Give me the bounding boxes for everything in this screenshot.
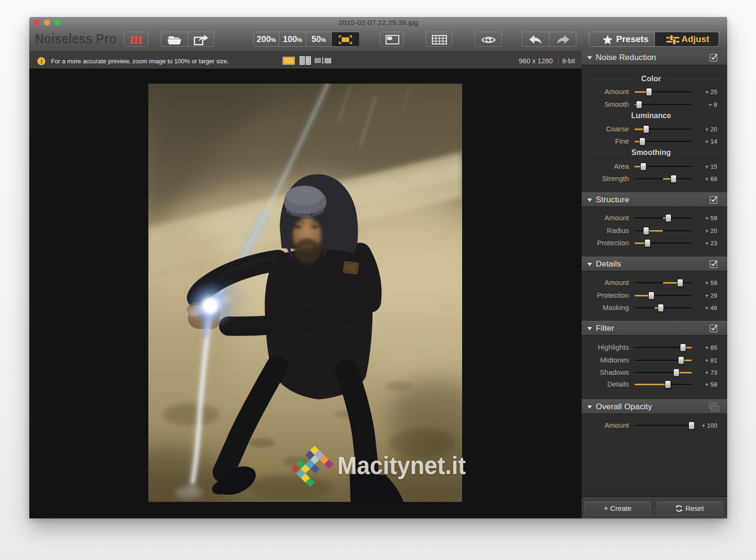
svg-text:Macitynet.it: Macitynet.it xyxy=(337,452,466,479)
